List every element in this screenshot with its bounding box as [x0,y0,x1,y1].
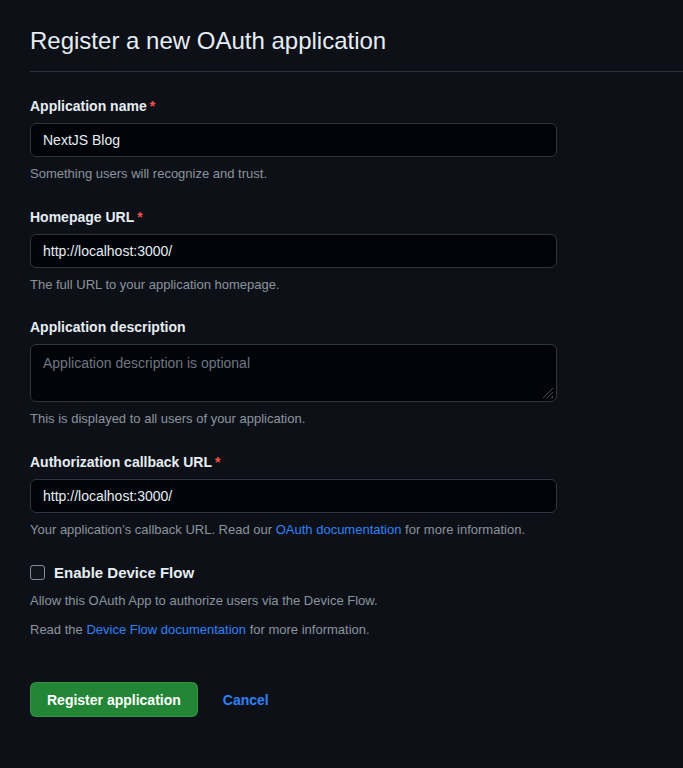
application-name-label-text: Application name [30,98,147,114]
authorization-callback-url-label-text: Authorization callback URL [30,454,212,470]
required-marker: * [150,98,155,114]
application-name-input[interactable] [30,123,557,157]
title-divider [30,71,683,72]
form-actions: Register application Cancel [30,682,683,717]
device-flow-group: Enable Device Flow Allow this OAuth App … [30,564,557,638]
required-marker: * [215,454,220,470]
application-name-group: Application name* Something users will r… [30,98,557,183]
application-description-note: This is displayed to all users of your a… [30,410,557,428]
device-flow-read-note: Read the Device Flow documentation for m… [30,621,557,639]
homepage-url-input[interactable] [30,234,557,268]
enable-device-flow-checkbox[interactable] [30,565,45,580]
authorization-callback-url-group: Authorization callback URL* Your applica… [30,454,557,539]
application-description-group: Application description This is displaye… [30,319,557,428]
homepage-url-group: Homepage URL* The full URL to your appli… [30,209,557,294]
homepage-url-note: The full URL to your application homepag… [30,276,557,294]
device-flow-note: Allow this OAuth App to authorize users … [30,592,557,610]
register-application-button[interactable]: Register application [30,682,198,717]
authorization-callback-url-label: Authorization callback URL* [30,454,557,470]
oauth-register-page: Register a new OAuth application Applica… [0,0,683,717]
callback-note-text: for more information. [401,522,525,537]
homepage-url-label: Homepage URL* [30,209,557,225]
oauth-documentation-link[interactable]: OAuth documentation [276,522,402,537]
application-name-label: Application name* [30,98,557,114]
device-flow-documentation-link[interactable]: Device Flow documentation [86,622,246,637]
authorization-callback-url-note: Your application’s callback URL. Read ou… [30,521,557,539]
device-flow-note-text: for more information. [246,622,370,637]
application-description-textarea[interactable] [30,344,557,402]
cancel-link[interactable]: Cancel [223,692,269,708]
application-description-wrap [30,344,557,402]
application-description-label-text: Application description [30,319,186,335]
required-marker: * [137,209,142,225]
callback-note-text: Your application’s callback URL. Read ou… [30,522,276,537]
homepage-url-label-text: Homepage URL [30,209,134,225]
application-description-label: Application description [30,319,557,335]
device-flow-checkbox-row: Enable Device Flow [30,564,557,581]
oauth-application-form: Application name* Something users will r… [30,98,683,717]
application-name-note: Something users will recognize and trust… [30,165,557,183]
enable-device-flow-label[interactable]: Enable Device Flow [54,564,194,581]
authorization-callback-url-input[interactable] [30,479,557,513]
device-flow-note-text: Read the [30,622,86,637]
page-title: Register a new OAuth application [30,26,683,56]
